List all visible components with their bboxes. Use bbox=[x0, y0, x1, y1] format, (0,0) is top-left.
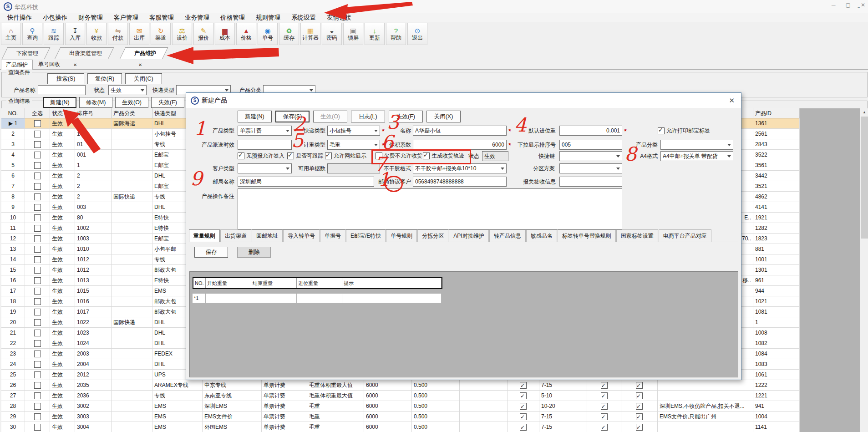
dialog-button-日志(L)[interactable]: 日志(L) bbox=[351, 111, 385, 122]
row-checkbox[interactable] bbox=[34, 361, 41, 368]
table-cell-id[interactable]: 1082 bbox=[753, 338, 800, 349]
table-cell-id[interactable]: 1061 bbox=[753, 370, 800, 380]
dlg-category-select[interactable] bbox=[660, 140, 733, 150]
table-cell-express[interactable]: 专线 bbox=[152, 391, 203, 401]
table-cell-id[interactable]: 1083 bbox=[753, 359, 800, 370]
table-cell-carry[interactable]: 0.500 bbox=[412, 391, 460, 401]
remark-textarea[interactable] bbox=[238, 188, 622, 229]
table-cell-cat[interactable] bbox=[112, 150, 152, 160]
menu-item-小包操作[interactable]: 小包操作 bbox=[37, 13, 73, 23]
table-cell-id[interactable]: 1921 bbox=[753, 213, 800, 223]
modify-button[interactable]: 修改(M) bbox=[79, 97, 112, 108]
disable-button[interactable]: 失效(F) bbox=[151, 97, 184, 108]
table-cell-status[interactable]: 生效 bbox=[50, 181, 75, 192]
weigh-type-select[interactable]: 毛重 bbox=[327, 140, 380, 150]
maximize-icon[interactable]: ▢ bbox=[846, 2, 851, 8]
table-cell-no[interactable]: 18 bbox=[1, 296, 25, 307]
grid-header-提示[interactable]: 提示 bbox=[342, 278, 442, 288]
table-cell-vol[interactable]: 6000 bbox=[364, 412, 412, 422]
volume-factor-input[interactable]: 6000 bbox=[413, 140, 507, 150]
table-cell-aging[interactable]: 7-15 bbox=[539, 412, 587, 422]
table-cell-cat[interactable] bbox=[112, 296, 152, 307]
table-cell-id[interactable]: 1081 bbox=[753, 307, 800, 317]
table-cell-sort[interactable]: 1017 bbox=[75, 307, 112, 317]
table-cell-status[interactable]: 生效 bbox=[50, 286, 75, 296]
dialog-button-生效(O)[interactable]: 生效(O) bbox=[313, 111, 347, 122]
dialog-删除-button[interactable]: 删除 bbox=[237, 247, 271, 258]
table-cell-status[interactable]: 生效 bbox=[50, 422, 75, 432]
table-cell-status[interactable]: 生效 bbox=[50, 275, 75, 286]
table-cell-sel[interactable] bbox=[25, 254, 50, 265]
table-header-sel[interactable]: 全选 bbox=[25, 108, 50, 118]
table-cell-cat[interactable]: 国际海运 bbox=[112, 118, 152, 129]
row-checkbox[interactable] bbox=[34, 288, 41, 295]
table-cell-sel[interactable] bbox=[25, 317, 50, 328]
table-cell-cat[interactable] bbox=[112, 380, 152, 391]
table-cell-weigh[interactable]: 毛重 bbox=[307, 412, 364, 422]
post-account-input[interactable]: 0568498748888888 bbox=[413, 177, 507, 187]
table-cell-no[interactable]: 3 bbox=[1, 139, 25, 150]
table-cell-blank[interactable] bbox=[460, 422, 508, 432]
toolbar-button-主页[interactable]: ⌂主页 bbox=[1, 23, 21, 45]
row-checkbox[interactable] bbox=[34, 141, 41, 148]
table-cell-id[interactable]: 3561 bbox=[753, 160, 800, 171]
toolbar-button-跟踪[interactable]: ≋跟踪 bbox=[44, 23, 64, 45]
scroll-up-icon[interactable]: ▲ bbox=[860, 108, 868, 116]
table-cell-status[interactable]: 生效 bbox=[50, 296, 75, 307]
table-cell-cat[interactable] bbox=[112, 422, 152, 432]
sticker-format-select[interactable]: 不干胶中邮+报关单10*10 bbox=[413, 163, 507, 173]
table-cell-status[interactable]: 生效 bbox=[50, 234, 75, 244]
row-checkbox[interactable] bbox=[34, 267, 41, 274]
row-checkbox[interactable] bbox=[34, 246, 41, 253]
table-cell-status[interactable]: 生效 bbox=[50, 192, 75, 202]
carry-weight-input[interactable]: 0.001 bbox=[559, 126, 622, 136]
table-cell-id[interactable]: 1361 bbox=[753, 118, 800, 129]
table-cell-chk3[interactable] bbox=[621, 380, 658, 391]
toolbar-button-退出[interactable]: ⊙退出 bbox=[407, 23, 427, 45]
table-cell-name[interactable]: 外国EMS bbox=[203, 422, 262, 432]
name-input[interactable]: A华磊小包 bbox=[413, 126, 507, 136]
row-checkbox[interactable] bbox=[34, 277, 41, 284]
table-cell-id[interactable]: 2561 bbox=[753, 129, 800, 139]
table-cell-remark[interactable] bbox=[658, 380, 753, 391]
table-cell-no[interactable]: 17 bbox=[1, 286, 25, 296]
table-cell-no[interactable]: 6 bbox=[1, 171, 25, 181]
table-cell-cat[interactable] bbox=[112, 181, 152, 192]
row-checkbox[interactable] bbox=[34, 403, 41, 410]
table-cell-weigh[interactable]: 毛重 bbox=[307, 401, 364, 412]
table-cell-chk1[interactable] bbox=[508, 422, 539, 432]
table-cell-no[interactable]: 30 bbox=[1, 422, 25, 432]
table-cell-sort[interactable]: 1002 bbox=[75, 223, 112, 234]
table-cell-status[interactable]: 生效 bbox=[50, 202, 75, 213]
table-cell-cat[interactable] bbox=[112, 401, 152, 412]
toolbar-button-成本[interactable]: ▆成本 bbox=[215, 23, 235, 45]
table-cell-id[interactable]: 1823 bbox=[753, 234, 800, 244]
table-cell-id[interactable]: 3521 bbox=[753, 181, 800, 192]
dialog-button-关闭(X)[interactable]: 关闭(X) bbox=[426, 111, 461, 122]
product-type-select[interactable]: 单票计费 bbox=[238, 126, 292, 136]
dialog-tab-单号规则[interactable]: 单号规则 bbox=[386, 229, 417, 242]
table-cell-cat[interactable] bbox=[112, 265, 152, 275]
menu-item-系统设置[interactable]: 系统设置 bbox=[286, 13, 321, 23]
table-cell-vol[interactable]: 6000 bbox=[364, 391, 412, 401]
table-cell-id[interactable]: 1 bbox=[753, 317, 800, 328]
table-cell-chk1[interactable] bbox=[508, 401, 539, 412]
table-cell-sort[interactable]: 80 bbox=[75, 213, 112, 223]
row-checkbox[interactable] bbox=[34, 392, 41, 399]
zone-plan-select[interactable] bbox=[559, 163, 622, 173]
table-cell-chk1[interactable] bbox=[508, 391, 539, 401]
row-checkbox[interactable] bbox=[34, 193, 41, 200]
table-cell-sel[interactable] bbox=[25, 370, 50, 380]
search-button[interactable]: 搜索(S) bbox=[47, 73, 84, 84]
grid-header-开始重量[interactable]: 开始重量 bbox=[206, 278, 251, 288]
table-cell-no[interactable]: 20 bbox=[1, 317, 25, 328]
table-cell-weigh[interactable]: 毛重体积重最大值 bbox=[307, 391, 364, 401]
table-cell-status[interactable]: 生效 bbox=[50, 223, 75, 234]
table-cell-status[interactable]: 生效 bbox=[50, 139, 75, 150]
table-cell-no[interactable]: 2 bbox=[1, 129, 25, 139]
table-cell-cat[interactable] bbox=[112, 129, 152, 139]
grid-cell[interactable] bbox=[206, 294, 251, 303]
dialog-tab-重量规则[interactable]: 重量规则 bbox=[189, 229, 220, 242]
table-cell-billing[interactable]: 单票计费 bbox=[262, 422, 307, 432]
table-cell-express[interactable]: EMS bbox=[152, 422, 203, 432]
